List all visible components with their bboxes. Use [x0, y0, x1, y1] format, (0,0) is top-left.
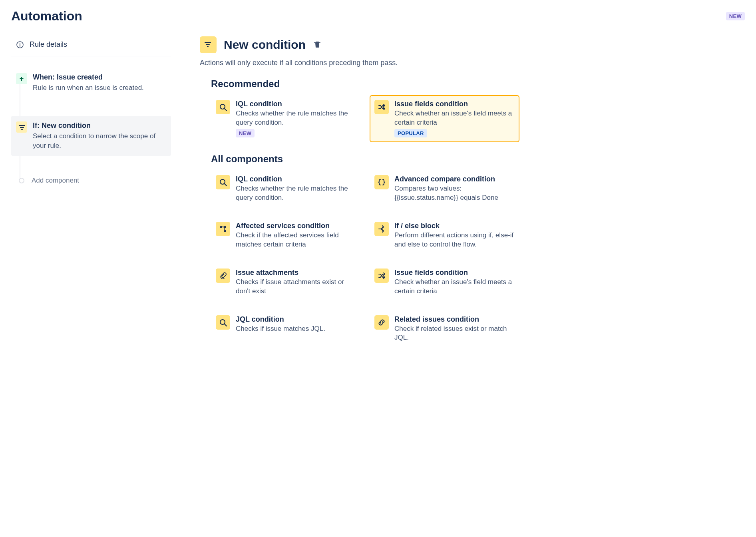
shuffle-icon: [374, 268, 389, 283]
new-badge: NEW: [726, 12, 745, 20]
condition-card[interactable]: JQL conditionChecks if issue matches JQL…: [211, 310, 361, 349]
page-header: Automation NEW: [11, 9, 745, 24]
search-icon: [216, 175, 230, 189]
condition-card[interactable]: Issue fields conditionCheck whether an i…: [370, 95, 519, 142]
search-icon: [216, 100, 230, 114]
filter-icon: [16, 121, 27, 133]
card-desc: Checks if issue matches JQL.: [236, 324, 325, 334]
sidebar: Rule details +When: Issue createdRule is…: [11, 36, 171, 360]
condition-card[interactable]: Affected services conditionCheck if the …: [211, 217, 361, 256]
condition-card[interactable]: Related issues conditionCheck if related…: [370, 310, 519, 349]
card-desc: Perform different actions using if, else…: [394, 231, 515, 249]
add-component-label: Add component: [32, 177, 79, 185]
card-desc: Checks whether the rule matches the quer…: [236, 109, 356, 127]
card-title: Related issues condition: [394, 315, 515, 324]
card-title: IQL condition: [236, 100, 356, 108]
card-desc: Check whether an issue's field meets a c…: [394, 278, 515, 296]
main-title: New condition: [224, 38, 306, 52]
info-icon: [16, 41, 24, 49]
card-title: Advanced compare condition: [394, 175, 515, 183]
card-desc: Check if the affected services field mat…: [236, 231, 356, 249]
ifelse-icon: [374, 222, 389, 236]
card-desc: Check whether an issue's field meets a c…: [394, 109, 515, 127]
card-badge: NEW: [236, 129, 255, 137]
branch-icon: [216, 222, 230, 236]
main-subtitle: Actions will only execute if all conditi…: [200, 59, 519, 67]
main-panel: New condition Actions will only execute …: [200, 36, 519, 360]
recommended-grid: IQL conditionChecks whether the rule mat…: [211, 95, 519, 142]
plus-icon: +: [16, 73, 27, 84]
section-title-all: All components: [211, 153, 519, 165]
card-title: IQL condition: [236, 175, 356, 183]
delete-button[interactable]: [313, 40, 322, 49]
braces-icon: [374, 175, 389, 189]
shuffle-icon: [374, 100, 389, 114]
link-icon: [374, 315, 389, 330]
condition-card[interactable]: IQL conditionChecks whether the rule mat…: [211, 170, 361, 209]
rule-step-trigger[interactable]: +When: Issue createdRule is run when an …: [11, 68, 171, 98]
page-title: Automation: [11, 9, 82, 24]
all-components-grid: IQL conditionChecks whether the rule mat…: [211, 170, 519, 349]
card-desc: Compares two values: {{issue.status.name…: [394, 184, 515, 203]
step-title: If: New condition: [33, 121, 166, 130]
card-desc: Checks if issue attachments exist or don…: [236, 278, 356, 296]
card-title: Issue attachments: [236, 268, 356, 277]
step-desc: Select a condition to narrow the scope o…: [33, 131, 166, 151]
condition-card[interactable]: If / else blockPerform different actions…: [370, 217, 519, 256]
rule-step-list: +When: Issue createdRule is run when an …: [11, 68, 171, 188]
attachment-icon: [216, 268, 230, 283]
rule-details-label: Rule details: [30, 40, 67, 49]
condition-card[interactable]: Advanced compare conditionCompares two v…: [370, 170, 519, 209]
card-desc: Checks whether the rule matches the quer…: [236, 184, 356, 203]
section-title-recommended: Recommended: [211, 78, 519, 90]
card-badge: POPULAR: [394, 129, 427, 137]
card-title: If / else block: [394, 222, 515, 230]
step-title: When: Issue created: [33, 73, 144, 82]
card-title: Issue fields condition: [394, 268, 515, 277]
add-circle-icon: [19, 178, 24, 183]
rule-details-link[interactable]: Rule details: [11, 36, 171, 56]
filter-icon: [200, 36, 217, 53]
rule-step-condition[interactable]: If: New conditionSelect a condition to n…: [11, 116, 171, 156]
card-title: JQL condition: [236, 315, 325, 324]
main-header: New condition: [200, 36, 519, 53]
search-icon: [216, 315, 230, 330]
card-title: Affected services condition: [236, 222, 356, 230]
add-component-button[interactable]: Add component: [11, 173, 171, 188]
card-desc: Check if related issues exist or match J…: [394, 324, 515, 343]
condition-card[interactable]: Issue fields conditionCheck whether an i…: [370, 264, 519, 302]
card-title: Issue fields condition: [394, 100, 515, 108]
condition-card[interactable]: Issue attachmentsChecks if issue attachm…: [211, 264, 361, 302]
step-desc: Rule is run when an issue is created.: [33, 83, 144, 93]
condition-card[interactable]: IQL conditionChecks whether the rule mat…: [211, 95, 361, 142]
